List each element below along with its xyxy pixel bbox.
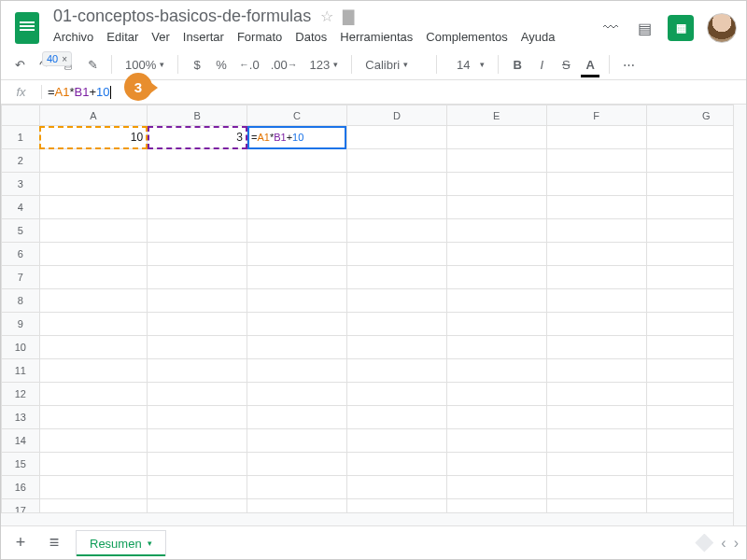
row-header-10[interactable]: 10 [2,336,40,359]
text-color-button[interactable]: A [581,53,599,76]
cell-D11[interactable] [346,359,446,383]
cell-B6[interactable] [148,243,247,266]
cell-B4[interactable] [148,196,247,219]
row-header-9[interactable]: 9 [2,313,40,336]
col-header-C[interactable]: C [247,105,347,126]
col-header-B[interactable]: B [148,105,247,126]
row-header-1[interactable]: 1 [2,126,40,149]
percent-button[interactable]: % [212,53,231,76]
cell-E12[interactable] [446,383,546,406]
move-folder-icon[interactable]: ▇ [343,7,354,25]
cell-E1[interactable] [446,126,546,149]
cell-D4[interactable] [346,196,446,219]
row-header-6[interactable]: 6 [2,243,40,266]
cell-E4[interactable] [446,196,546,219]
cell-D15[interactable] [346,453,446,476]
bold-button[interactable]: B [508,53,527,76]
cell-E7[interactable] [446,266,546,289]
cell-A4[interactable] [39,196,147,219]
cell-A3[interactable] [39,173,147,196]
cell-B10[interactable] [148,336,247,359]
cell-G4[interactable] [646,196,746,219]
cell-D14[interactable] [346,429,446,453]
cell-C3[interactable] [247,173,347,196]
cell-E15[interactable] [446,453,546,476]
cell-A9[interactable] [39,313,147,336]
account-avatar[interactable] [707,13,737,43]
cell-A15[interactable] [39,453,147,476]
cell-A16[interactable] [39,476,147,499]
cell-B3[interactable] [148,173,247,196]
menu-addons[interactable]: Complementos [426,30,507,44]
cell-F2[interactable] [546,149,646,173]
cell-B2[interactable] [148,149,247,173]
tab-scroll-left[interactable]: ‹ [721,535,726,552]
add-sheet-button[interactable]: + [8,531,33,555]
cell-F12[interactable] [546,383,646,406]
horizontal-scrollbar[interactable] [1,512,733,525]
spreadsheet-grid[interactable]: A B C D E F G 1103=A1*B1+102345678910111… [1,105,746,525]
cell-D13[interactable] [346,406,446,429]
cell-D3[interactable] [346,173,446,196]
cell-A7[interactable] [39,266,147,289]
menu-file[interactable]: Archivo [53,30,93,44]
cell-G9[interactable] [646,313,746,336]
row-header-13[interactable]: 13 [2,406,40,429]
cell-B14[interactable] [148,429,247,453]
row-header-3[interactable]: 3 [2,173,40,196]
cell-F9[interactable] [546,313,646,336]
cell-F7[interactable] [546,266,646,289]
cell-G3[interactable] [646,173,746,196]
increase-decimal-button[interactable]: .00→ [268,53,301,76]
row-header-8[interactable]: 8 [2,289,40,313]
paint-format-button[interactable]: ✎ [83,53,102,76]
cell-C16[interactable] [247,476,347,499]
undo-button[interactable]: ↶ [10,53,29,76]
cell-G11[interactable] [646,359,746,383]
cell-E8[interactable] [446,289,546,313]
cell-D5[interactable] [346,219,446,243]
cell-B11[interactable] [148,359,247,383]
cell-C6[interactable] [247,243,347,266]
cell-C13[interactable] [247,406,347,429]
cell-B9[interactable] [148,313,247,336]
cell-G7[interactable] [646,266,746,289]
cell-E16[interactable] [446,476,546,499]
menu-insert[interactable]: Insertar [183,30,224,44]
cell-D2[interactable] [346,149,446,173]
vertical-scrollbar[interactable] [733,105,746,525]
cell-F3[interactable] [546,173,646,196]
cell-F13[interactable] [546,406,646,429]
menu-edit[interactable]: Editar [106,30,138,44]
zoom-select[interactable]: 100%▾ [121,58,168,72]
cell-E13[interactable] [446,406,546,429]
row-header-16[interactable]: 16 [2,476,40,499]
col-header-A[interactable]: A [39,105,147,126]
strikethrough-button[interactable]: S [557,53,575,76]
cell-G14[interactable] [646,429,746,453]
cell-A8[interactable] [39,289,147,313]
cell-B16[interactable] [148,476,247,499]
cell-B7[interactable] [148,266,247,289]
cell-D10[interactable] [346,336,446,359]
cell-E11[interactable] [446,359,546,383]
cell-A1[interactable]: 10 [39,126,147,149]
cell-G1[interactable] [646,126,746,149]
cell-F15[interactable] [546,453,646,476]
row-header-12[interactable]: 12 [2,383,40,406]
cell-C4[interactable] [247,196,347,219]
decrease-decimal-button[interactable]: ←.0 [236,53,262,76]
row-header-5[interactable]: 5 [2,219,40,243]
menu-tools[interactable]: Herramientas [340,30,413,44]
cell-G16[interactable] [646,476,746,499]
tab-scroll-right[interactable]: › [734,535,739,552]
cell-E5[interactable] [446,219,546,243]
currency-button[interactable]: $ [188,53,206,76]
cell-A6[interactable] [39,243,147,266]
close-icon[interactable]: × [62,54,67,64]
cell-D9[interactable] [346,313,446,336]
cell-A14[interactable] [39,429,147,453]
menu-view[interactable]: Ver [151,30,170,44]
cell-G10[interactable] [646,336,746,359]
more-toolbar-button[interactable]: ⋯ [619,53,638,76]
